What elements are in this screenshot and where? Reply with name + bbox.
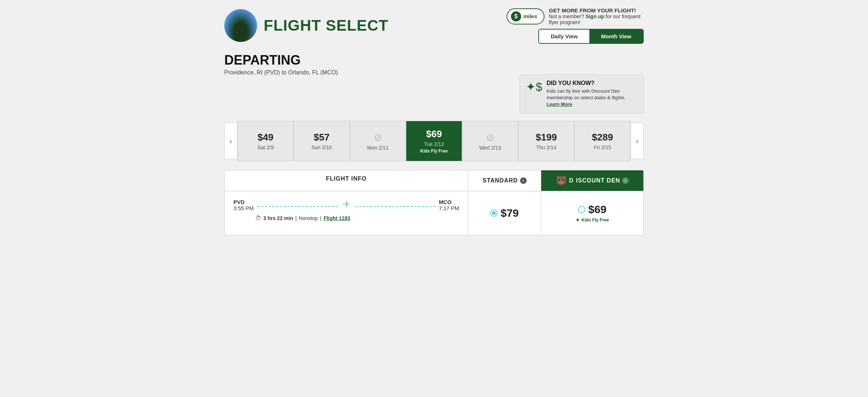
date-price-6: $289 [592,132,613,143]
clock-icon: ⏱ [255,215,261,221]
date-label-5: Thu 2/14 [536,144,556,150]
standard-radio[interactable] [490,209,497,217]
discount-den-info-icon[interactable]: i [622,177,629,184]
date-selector: ‹ $49Sat 2/9$57Sun 2/10⊘Mon 2/11$69Tue 2… [224,121,644,161]
date-price-1: $57 [314,132,329,143]
discount-radio[interactable] [578,206,585,213]
kids-fly-badge-3: Kids Fly Free [420,149,447,154]
dyk-content: DID YOU KNOW? Kids can fly free with Dis… [547,80,638,108]
route-line-left [257,206,338,207]
star-money-icon: ✦$ [526,80,542,94]
standard-info-icon[interactable]: i [520,177,527,184]
departing-section: DEPARTING Providence, RI (PVD) to Orland… [224,53,644,113]
promo-text: GET MORE FROM YOUR FLIGHT! Not a member?… [549,7,644,25]
miles-label: miles [523,13,537,19]
month-view-button[interactable]: Month View [589,30,643,43]
date-cell-0[interactable]: $49Sat 2/9 [237,121,294,161]
date-cell-2[interactable]: ⊘Mon 2/11 [350,121,406,161]
flight-details: PVD 3:55 PM ✈ MCO 7:17 PM ⏱ 3 hrs 22 min… [225,192,468,235]
date-label-6: Fri 2/15 [594,144,611,150]
dest-airport: MCO 7:17 PM [439,199,459,211]
flight-row: PVD 3:55 PM ✈ MCO 7:17 PM ⏱ 3 hrs 22 min… [225,191,643,235]
date-label-3: Tue 2/12 [424,141,444,147]
dyk-title: DID YOU KNOW? [547,80,638,86]
no-flight-icon-4: ⊘ [486,131,495,143]
date-cell-4[interactable]: ⊘Wed 2/13 [462,121,518,161]
view-toggle: Daily View Month View [538,29,644,44]
flight-stops: Nonstop [299,215,318,221]
plane-icon: ✈ [343,199,350,209]
flight-info-col-standard: STANDARD i [468,170,541,191]
flight-info-section: FLIGHT INFO STANDARD i 🐻 DISCOUNT DEN i … [224,170,644,235]
daily-view-button[interactable]: Daily View [539,30,589,43]
date-cell-3[interactable]: $69Tue 2/12Kids Fly Free [406,121,462,161]
miles-badge: $ miles [507,8,545,24]
departing-main: DEPARTING Providence, RI (PVD) to Orland… [224,53,511,113]
flight-route-line: PVD 3:55 PM ✈ MCO 7:17 PM [233,199,459,211]
date-price-3: $69 [426,128,442,140]
flight-meta: ⏱ 3 hrs 22 min | Nonstop | Flight 1183 [255,215,459,221]
date-label-1: Sun 2/10 [311,144,332,150]
page-title: FLIGHT SELECT [264,17,388,34]
date-price-0: $49 [257,132,273,143]
date-label-0: Sat 2/9 [257,144,274,150]
did-you-know-box: ✦$ DID YOU KNOW? Kids can fly free with … [520,74,644,113]
no-flight-icon-2: ⊘ [374,131,382,143]
page-header: FLIGHT SELECT $ miles GET MORE FROM YOUR… [224,7,644,44]
standard-radio-price: $79 [490,207,519,219]
origin-airport: PVD 3:55 PM [233,199,254,211]
date-cell-5[interactable]: $199Thu 2/14 [518,121,574,161]
flight-info-col-main: FLIGHT INFO [225,170,468,191]
flight-info-col-discount: 🐻 DISCOUNT DEN i [541,170,643,191]
route-line-right [355,206,435,207]
discount-price-amount: $69 [588,203,607,216]
departing-label: DEPARTING [224,53,511,68]
discount-price-cell[interactable]: $69 ✦ Kids Fly Free [541,192,643,235]
kids-fly-label: ✦ Kids Fly Free [576,217,609,223]
standard-price-cell[interactable]: $79 [468,192,541,235]
city-image [224,9,257,42]
origin-time: 3:55 PM [233,205,254,211]
discount-radio-price: $69 [578,203,607,216]
header-left: FLIGHT SELECT [224,9,388,42]
kids-fly-icon: ✦ [576,217,580,223]
date-cell-6[interactable]: $289Fri 2/15 [574,121,631,161]
dyk-body: Kids can fly free with Discount Den memb… [547,88,638,108]
discount-den-label: D [569,177,574,184]
origin-code: PVD [233,199,254,205]
flight-duration: 3 hrs 22 min [263,215,293,221]
date-label-4: Wed 2/13 [479,145,501,151]
date-label-2: Mon 2/11 [367,145,388,151]
bear-icon: 🐻 [556,176,567,186]
prev-date-button[interactable]: ‹ [224,123,237,159]
header-right: $ miles GET MORE FROM YOUR FLIGHT! Not a… [507,7,644,44]
standard-price-amount: $79 [500,207,519,219]
dest-time: 7:17 PM [439,205,459,211]
date-cells: $49Sat 2/9$57Sun 2/10⊘Mon 2/11$69Tue 2/1… [237,121,631,161]
learn-more-link[interactable]: Learn More [547,101,572,107]
miles-promo-area: $ miles GET MORE FROM YOUR FLIGHT! Not a… [507,7,644,25]
route-text: Providence, RI (PVD) to Orlando, FL (MCO… [224,69,511,76]
date-price-5: $199 [536,132,557,143]
flight-info-header: FLIGHT INFO STANDARD i 🐻 DISCOUNT DEN i [225,170,643,191]
date-cell-1[interactable]: $57Sun 2/10 [294,121,350,161]
dest-code: MCO [439,199,459,205]
sign-up-link[interactable]: Sign up [585,14,604,19]
dollar-icon: $ [511,11,521,22]
next-date-button[interactable]: › [631,123,644,159]
flight-number-link[interactable]: Flight 1183 [323,215,350,221]
